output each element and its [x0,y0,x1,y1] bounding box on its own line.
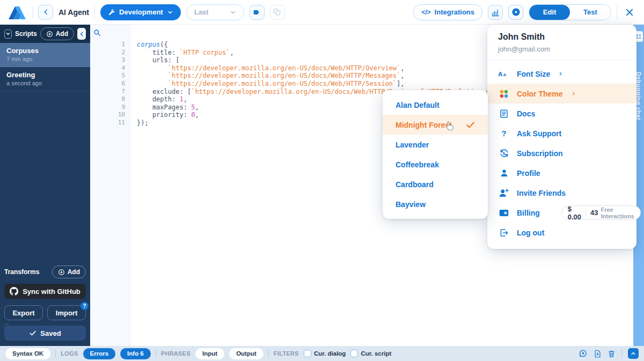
script-item-corpuses[interactable]: Corpuses7 min ago [0,43,90,67]
app-logo-icon [8,4,27,20]
editor-gutter: 1234567891011 [90,25,131,346]
statusbar-actions [579,348,639,359]
svg-text:?: ? [502,129,507,138]
input-toggle[interactable]: Input [195,348,224,359]
search-icon[interactable] [93,29,101,36]
menu-item-billing[interactable]: Billing$ 0.0043Free Interactions [487,203,636,223]
chat-download-icon [579,349,588,358]
divider [617,6,617,19]
theme-option-bayview[interactable]: Bayview [383,194,488,214]
menu-item-log-out[interactable]: Log out [487,223,636,242]
copy-button[interactable] [270,5,285,20]
free-interactions-count: 43 [590,209,598,217]
run-button[interactable] [508,5,523,20]
scripts-sidebar: Scripts Add Corpuses7 min agoGreetinga s… [0,25,90,346]
trash-icon [608,349,616,358]
menu-item-label: Log out [517,229,544,237]
back-button[interactable] [38,5,53,20]
download-file-button[interactable] [594,349,602,358]
theme-option-cardboard[interactable]: Cardboard [383,174,488,194]
menu-item-label: Billing [517,209,540,217]
analytics-button[interactable] [488,5,503,20]
cursor-pointer-icon [445,121,455,131]
export-import-row: Export Import ? [4,305,86,320]
invite-icon [498,188,510,198]
divider [55,349,56,358]
menu-item-label: Color Theme [517,90,563,98]
divider [32,6,33,19]
menu-item-invite-friends[interactable]: Invite Friends [487,183,636,203]
info-toggle[interactable]: Info 6 [120,348,151,359]
add-script-button[interactable]: Add [40,27,74,40]
cur-script-checkbox[interactable] [350,350,358,357]
bar-chart-icon [491,8,500,17]
menu-item-font-size[interactable]: AAFont Size [487,64,636,84]
menu-item-color-theme[interactable]: Color Theme [487,84,636,104]
line-number: 8 [90,95,131,104]
add-transform-button[interactable]: Add [52,266,86,278]
version-select[interactable]: Last [186,4,244,20]
transforms-header: Transforms Add [4,266,86,278]
cur-dialog-label: Cur. dialog [314,350,346,357]
chevron-down-icon [230,9,236,16]
theme-option-midnight-forest[interactable]: Midnight Forest [383,115,488,135]
theme-option-alan-default[interactable]: Alan Default [383,95,488,115]
menu-item-subscription[interactable]: $Subscription [487,143,636,163]
cur-dialog-checkbox[interactable] [304,350,311,357]
export-button[interactable]: Export [4,305,43,320]
play-icon [511,8,521,17]
import-button-label: Import [56,309,77,317]
divider [268,349,269,358]
line-number: 3 [90,56,131,64]
environment-dropdown[interactable]: Development [100,4,181,20]
info-icon[interactable] [3,323,10,330]
check-icon [466,121,475,129]
chevron-up-icon [630,350,636,357]
sidebar-collapse-button[interactable] [77,28,86,40]
billing-amount: $ 0.00 [568,205,581,221]
billing-pill[interactable]: $ 0.0043Free Interactions [561,205,641,220]
grip-dots-icon [636,34,641,39]
check-icon [29,329,36,337]
sidebar-bottom: Transforms Add Sync with GitHub Export I… [0,261,90,346]
output-toggle[interactable]: Output [229,348,264,359]
delete-button[interactable] [608,349,616,358]
cur-script-label: Cur. script [361,350,391,357]
sync-github-button[interactable]: Sync with GitHub [4,284,86,299]
script-item-name: Corpuses [6,47,84,55]
tab-test[interactable]: Test [570,5,611,20]
color-theme-submenu: Alan DefaultMidnight ForestLavenderCoffe… [383,90,488,219]
menu-item-label: Invite Friends [517,189,566,197]
tag-button[interactable] [250,5,265,20]
profile-icon [498,168,510,178]
theme-option-lavender[interactable]: Lavender [383,135,488,154]
scripts-collapse-toggle[interactable] [4,30,12,39]
menu-item-docs[interactable]: Docs [487,104,636,123]
import-button[interactable]: Import ? [47,305,86,320]
import-help-badge[interactable]: ? [80,302,89,310]
export-button-label: Export [12,309,34,317]
plus-circle-icon [46,31,53,38]
environment-dropdown-label: Development [119,8,163,16]
menu-item-label: Profile [517,169,540,178]
line-number: 5 [90,72,131,80]
close-button[interactable] [623,8,636,17]
errors-toggle[interactable]: Errors [83,348,116,359]
user-menu: John Smith john@gmail.com AAFont SizeCol… [487,25,636,249]
menu-item-profile[interactable]: Profile [487,163,636,183]
divider [94,6,95,19]
script-list: Corpuses7 min agoGreetinga second ago [0,43,90,91]
tab-edit[interactable]: Edit [529,5,570,20]
scripts-section-label: Scripts [15,30,37,38]
saved-button-label: Saved [40,329,61,337]
script-item-greeting[interactable]: Greetinga second ago [0,67,90,91]
menu-item-ask-support[interactable]: ?Ask Support [487,123,636,143]
theme-option-label: Bayview [396,200,426,209]
integrations-button[interactable]: </> Integrations [413,4,482,20]
download-chat-button[interactable] [579,349,588,358]
theme-option-coffeebreak[interactable]: Coffeebreak [383,154,488,174]
saved-button[interactable]: Saved [4,326,86,341]
collapse-panel-button[interactable] [628,348,639,359]
code-line-4: `https://developer.mozilla.org/en-US/doc… [137,64,524,72]
status-bar: Syntax OK LOGS Errors Info 6 PHRASES Inp… [0,346,644,361]
